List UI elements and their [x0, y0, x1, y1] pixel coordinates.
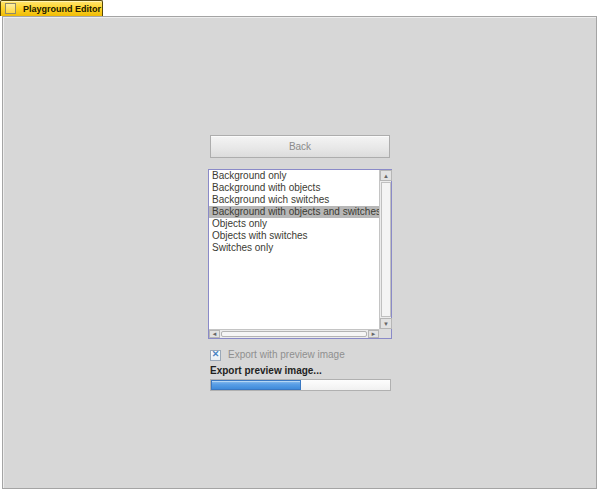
list-item[interactable]: Background with objects [209, 182, 379, 194]
list-item[interactable]: Objects only [209, 218, 379, 230]
scrollbar-down-icon[interactable]: ▼ [380, 318, 392, 329]
tab-bar: Playground Editor [0, 0, 600, 16]
scrollbar-right-icon[interactable]: ► [368, 330, 379, 338]
tab-title: Playground Editor [23, 1, 101, 17]
list-items: Background only Background with objects … [209, 170, 379, 329]
horizontal-scrollbar-thumb[interactable] [221, 331, 367, 337]
list-item[interactable]: Switches only [209, 242, 379, 254]
export-preview-checkbox[interactable]: ✕ [210, 350, 221, 361]
progress-label: Export preview image... [210, 365, 322, 376]
tab-page-icon [5, 3, 16, 14]
vertical-scrollbar-thumb[interactable] [381, 182, 391, 317]
scrollbar-left-icon[interactable]: ◄ [209, 330, 220, 338]
list-item[interactable]: Background with objects and switches [209, 206, 379, 218]
export-mode-listbox[interactable]: Background only Background with objects … [208, 169, 392, 339]
back-button[interactable]: Back [210, 135, 390, 158]
list-item[interactable]: Background only [209, 170, 379, 182]
progress-fill [211, 380, 301, 390]
checkbox-x-icon: ✕ [211, 349, 220, 360]
export-preview-checkbox-label: Export with preview image [228, 349, 345, 360]
tab-playground-editor[interactable]: Playground Editor [0, 0, 103, 16]
list-item[interactable]: Objects with switches [209, 230, 379, 242]
vertical-scrollbar[interactable]: ▲ ▼ [379, 170, 391, 329]
export-progress-bar [210, 379, 391, 391]
scrollbar-up-icon[interactable]: ▲ [380, 170, 392, 181]
list-item[interactable]: Background wich switches [209, 194, 379, 206]
horizontal-scrollbar[interactable]: ◄ ► [209, 329, 379, 338]
scrollbar-corner [379, 329, 391, 338]
